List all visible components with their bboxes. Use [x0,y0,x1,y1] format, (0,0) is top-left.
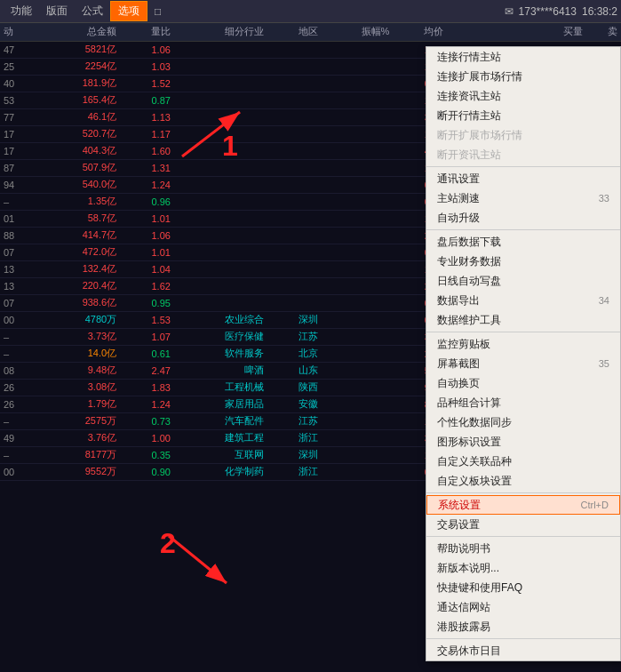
dropdown-menu-item[interactable]: 通讯设置 [426,169,620,188]
dropdown-menu-item[interactable]: 交易设置 [426,515,620,534]
table-cell: 414.7亿 [36,227,120,244]
menu-item-label: 快捷键和使用FAQ [437,580,522,596]
dropdown-menu-item[interactable]: 数据维护工具 [426,310,620,330]
table-cell: 2254亿 [36,58,120,75]
dropdown-menu-item[interactable]: 帮助说明书 [426,539,620,558]
menu-item-shortcut: 35 [599,358,609,369]
table-cell: 1.79亿 [36,396,120,412]
dropdown-menu-item[interactable]: 断开行情主站 [426,106,620,125]
menu-item-extra[interactable]: □ [147,4,168,20]
table-cell: 1.83 [120,379,174,396]
main-area: 动 总金额 量比 细分行业 地区 振幅% 均价 买量 卖 475821亿1.06… [0,23,621,672]
dropdown-menu-item[interactable]: 交易休市日目 [426,641,620,660]
menu-item-label: 帮助说明书 [437,541,490,556]
dropdown-menu-item[interactable]: 图形标识设置 [426,432,620,452]
dropdown-menu-item[interactable]: 自定义板块设置 [426,471,620,491]
dropdown-menu-item[interactable]: 连接扩展市场行情 [426,67,620,86]
table-cell: 520.7亿 [36,125,120,142]
table-cell: 陕西 [267,379,322,396]
table-cell: 938.6亿 [36,294,120,311]
table-cell: – [0,193,36,210]
table-cell: 1.03 [120,58,174,75]
col-header-sell: 卖 [586,23,621,41]
menu-item-options[interactable]: 选项 [110,1,147,21]
dropdown-menu-item[interactable]: 屏幕截图35 [426,354,620,373]
table-cell [322,176,394,193]
mail-icon[interactable]: ✉ [505,5,514,18]
dropdown-menu-item[interactable]: 快捷键和使用FAQ [426,578,620,597]
table-cell: 1.24 [120,396,174,412]
options-dropdown-menu: 连接行情主站连接扩展市场行情连接资讯主站断开行情主站断开扩展市场行情断开资讯主站… [426,46,621,661]
dropdown-menu-item[interactable]: 系统设置Ctrl+D [426,495,620,515]
menu-item-formula[interactable]: 公式 [75,2,110,20]
table-cell: 13 [0,260,36,277]
menu-item-label: 断开行情主站 [437,108,501,124]
table-cell: 87 [0,159,36,176]
table-cell: 工程机械 [174,379,267,396]
table-cell: 25 [0,58,36,75]
dropdown-menu-item[interactable]: 断开扩展市场行情 [426,125,620,145]
menu-item-label: 监控剪贴板 [437,337,490,352]
table-header-row: 动 总金额 量比 细分行业 地区 振幅% 均价 买量 卖 [0,23,621,41]
col-header-amplitude: 振幅% [322,23,394,41]
table-cell: 深圳 [267,446,322,463]
dropdown-menu-item[interactable]: 自定义关联品种 [426,452,620,471]
dropdown-menu-item[interactable]: 数据导出34 [426,291,620,310]
table-cell: 8177万 [36,446,120,463]
table-cell [322,429,394,446]
table-cell: 2575万 [36,412,120,429]
dropdown-menu-item[interactable]: 连接资讯主站 [426,86,620,106]
dropdown-menu-item[interactable]: 品种组合计算 [426,393,620,412]
menu-item-label: 交易设置 [437,517,480,532]
col-header-buy: 买量 [533,23,587,41]
table-cell: 540.0亿 [36,176,120,193]
menu-item-label: 自动换页 [437,376,480,391]
table-cell: 0.87 [120,92,174,108]
dropdown-menu-item[interactable]: 新版本说明... [426,558,620,578]
menu-item-function[interactable]: 功能 [4,2,39,20]
table-cell: 0.96 [120,193,174,210]
dropdown-menu-item[interactable]: 日线自动写盘 [426,271,620,291]
table-cell [322,277,394,294]
table-cell: 220.4亿 [36,277,120,294]
table-cell: – [0,412,36,429]
table-cell [174,75,267,92]
table-cell: 北京 [267,345,322,362]
menu-divider [426,332,620,332]
table-cell: 1.60 [120,142,174,159]
table-cell: 0.90 [120,463,174,480]
col-header-action: 动 [0,23,36,41]
menu-item-label: 屏幕截图 [437,356,480,372]
table-cell: 农业综合 [174,311,267,328]
menu-item-label: 数据导出 [437,293,480,308]
dropdown-menu-item[interactable]: 港股披露易 [426,617,620,636]
table-cell: 77 [0,108,36,125]
table-cell: 08 [0,362,36,379]
dropdown-menu-item[interactable]: 个性化数据同步 [426,412,620,432]
menu-item-label: 主站测速 [437,191,480,206]
dropdown-menu-item[interactable]: 监控剪贴板 [426,334,620,354]
table-cell: 472.0亿 [36,244,120,260]
table-cell: 江苏 [267,328,322,345]
dropdown-menu-item[interactable]: 主站测速33 [426,188,620,208]
dropdown-menu-item[interactable]: 自动换页 [426,373,620,393]
table-cell: 00 [0,463,36,480]
dropdown-menu-item[interactable]: 通达信网站 [426,597,620,617]
dropdown-menu-item[interactable]: 专业财务数据 [426,252,620,271]
table-cell [322,396,394,412]
table-cell [174,244,267,260]
table-cell [174,58,267,75]
col-header-total: 总金额 [36,23,120,41]
dropdown-menu-item[interactable]: 自动升级 [426,208,620,228]
table-cell [322,345,394,362]
table-cell: 0.95 [120,294,174,311]
table-cell: 软件服务 [174,345,267,362]
table-cell [267,294,322,311]
table-cell: 1.07 [120,328,174,345]
table-cell [267,277,322,294]
menu-item-layout[interactable]: 版面 [39,2,75,20]
dropdown-menu-item[interactable]: 盘后数据下载 [426,232,620,252]
table-cell [174,294,267,311]
dropdown-menu-item[interactable]: 断开资讯主站 [426,145,620,164]
dropdown-menu-item[interactable]: 连接行情主站 [426,47,620,67]
